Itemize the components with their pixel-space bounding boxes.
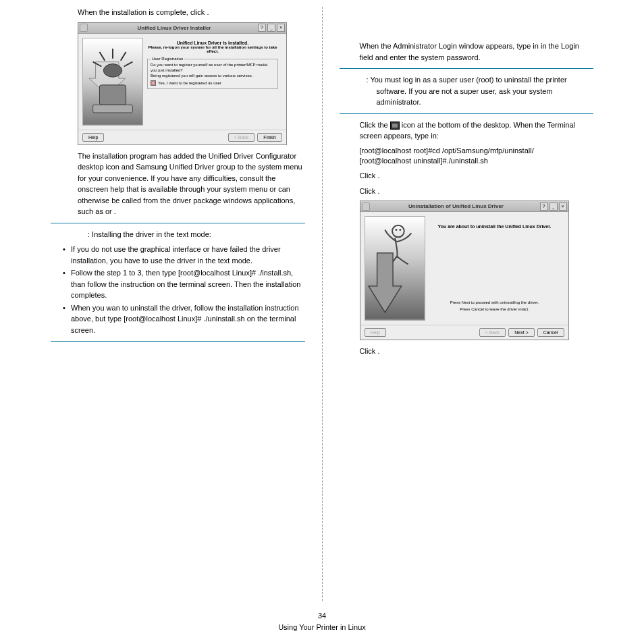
svg-point-11 (395, 229, 397, 231)
close-icon[interactable]: × (559, 203, 567, 211)
back-button: < Back (479, 328, 506, 337)
installer-dialog: Unified Linux Driver Installer ? _ × (78, 22, 287, 145)
page-number: 34 (0, 610, 644, 622)
dialog-subheading: Please, re-logon your system for all the… (147, 45, 278, 53)
bullet-item: Follow the step 1 to 3, then type [root@… (63, 267, 305, 301)
installer-image (82, 38, 143, 126)
fieldset-text1: Do you want to register yourself as user… (151, 63, 275, 74)
fieldset-legend: User Registration (151, 57, 184, 62)
note-heading: : Installing the driver in the text mode… (88, 229, 305, 240)
text: When the installation is complete, click (78, 8, 207, 16)
uninstaller-image (365, 216, 425, 321)
note-root: : You must log in as a super user (root)… (367, 74, 594, 108)
page-footer: 34 Using Your Printer in Linux (0, 610, 644, 634)
dialog-heading: Unified Linux Driver is installed. (147, 41, 278, 45)
svg-point-12 (399, 229, 401, 231)
svg-rect-9 (365, 217, 425, 319)
dialog-icon (362, 203, 370, 211)
svg-point-6 (103, 63, 122, 77)
divider-line (51, 341, 305, 342)
fieldset-text2: Being registered you will gain access to… (151, 74, 275, 79)
dialog-titlebar: Uninstallation of Unified Linux Driver ?… (360, 201, 568, 212)
note-bullets: If you do not use the graphical interfac… (63, 244, 305, 336)
help-icon[interactable]: ? (540, 203, 548, 211)
next-button[interactable]: Next > (508, 328, 534, 337)
minimize-icon[interactable]: _ (549, 203, 558, 211)
help-button[interactable]: Help (82, 133, 104, 142)
page-title: Using Your Printer in Linux (0, 622, 644, 634)
minimize-icon[interactable]: _ (267, 24, 275, 32)
dialog-titlebar: Unified Linux Driver Installer ? _ × (78, 23, 286, 34)
text: . (207, 8, 209, 16)
bullet-item: If you do not use the graphical interfac… (63, 244, 305, 266)
install-complete-line: When the installation is complete, click… (78, 7, 305, 18)
step4-text: Click . (360, 170, 594, 182)
terminal-commands: [root@localhost root]#cd /opt/Samsung/mf… (360, 146, 594, 167)
help-button: Help (365, 328, 386, 337)
svg-rect-8 (93, 105, 133, 113)
divider-line (340, 113, 594, 114)
register-checkbox[interactable]: × (151, 80, 156, 86)
bullet-item: When you wan to uninstall the driver, fo… (63, 302, 305, 336)
dialog-line2: Press Cancel to leave the driver intact. (429, 307, 560, 311)
uninstaller-dialog: Uninstallation of Unified Linux Driver ?… (360, 200, 569, 340)
registration-fieldset: User Registration Do you want to registe… (147, 59, 278, 90)
close-icon[interactable]: × (277, 24, 285, 32)
step3-text: Click the icon at the bottom of the desk… (360, 119, 594, 142)
dialog-title: Uninstallation of Unified Linux Driver (373, 203, 540, 209)
cancel-button[interactable]: Cancel (537, 328, 564, 337)
dialog-line1: Press Next to proceed with uninstalling … (429, 300, 560, 304)
step6-text: Click . (360, 346, 594, 357)
help-icon[interactable]: ? (258, 24, 266, 32)
finish-button[interactable]: Finish (257, 133, 282, 142)
back-button: < Back (228, 133, 255, 142)
divider-line (340, 68, 594, 69)
dialog-icon (80, 24, 88, 32)
dialog-title: Unified Linux Driver Installer (90, 25, 258, 31)
step2-text: When the Administrator Login window appe… (360, 41, 594, 63)
post-install-text: The installation program has added the U… (78, 151, 305, 217)
divider-line (51, 223, 305, 223)
step5-text: Click . (360, 186, 594, 197)
terminal-icon (390, 122, 400, 130)
svg-rect-7 (99, 84, 126, 104)
checkbox-label: Yes, I want to be registered as user (158, 80, 221, 84)
dialog-heading: You are about to uninstall the Unified L… (429, 224, 560, 229)
